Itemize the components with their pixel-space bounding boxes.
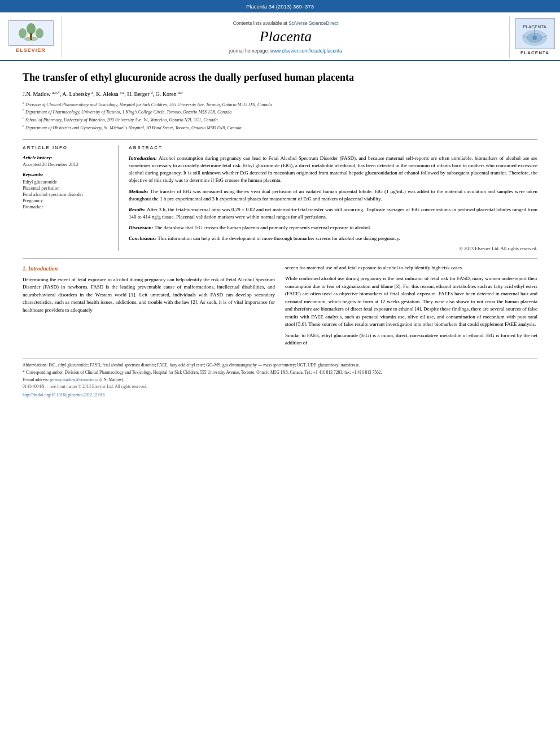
results-label: Results: xyxy=(129,207,146,212)
keyword-5: Biomarker xyxy=(23,204,111,209)
svg-point-2 xyxy=(19,28,27,38)
journal-homepage: journal homepage: www.elsevier.com/locat… xyxy=(229,48,342,54)
authors-text: J.N. Matlow a,b,*, A. Lubetsky a, K. Ale… xyxy=(23,91,183,97)
methods-text: The transfer of EtG was measured using t… xyxy=(129,189,537,202)
journal-title: Placenta xyxy=(260,28,312,45)
abstract-results-text: Results: After 3 h, the fetal-to-materna… xyxy=(129,206,537,221)
body-section: 1. Introduction Determining the extent o… xyxy=(23,264,537,351)
footnote-corresponding: * Corresponding author. Division of Clin… xyxy=(23,370,537,376)
abstract-discussion-text: Discussion: The data show that EtG cross… xyxy=(129,224,537,231)
svg-point-3 xyxy=(36,28,43,38)
elsevier-text: ELSEVIER xyxy=(16,47,46,53)
abstract-intro-text: Introduction: Alcohol consumption during… xyxy=(129,155,537,184)
keyword-1: Ethyl glucuronide xyxy=(23,179,111,185)
abstract-conclusions-text: Conclusions: This information can help w… xyxy=(129,235,537,242)
svg-point-5 xyxy=(24,37,38,41)
article-info-col: ARTICLE INFO Article history: Accepted 2… xyxy=(23,145,119,251)
conclusions-text: This information can help with the devel… xyxy=(158,235,400,241)
methods-label: Methods: xyxy=(129,189,148,194)
intro-label: Introduction: xyxy=(129,155,157,161)
copyright-line: © 2013 Elsevier Ltd. All rights reserved… xyxy=(129,246,537,251)
article-info-header: ARTICLE INFO xyxy=(23,145,111,150)
body-col-right: screen for maternal use of and fetal exp… xyxy=(285,264,537,351)
body-col-left: 1. Introduction Determining the extent o… xyxy=(23,264,275,351)
placenta-label: PLACENTA xyxy=(520,50,549,55)
top-bar: Placenta 34 (2013) 369–373 xyxy=(0,0,560,12)
footnote-email: E-mail address: jeremy.matlow@utoronto.c… xyxy=(23,377,537,383)
elsevier-image xyxy=(8,20,54,46)
section1-title: 1. Introduction xyxy=(23,264,275,273)
abstract-methods-text: Methods: The transfer of EtG was measure… xyxy=(129,188,537,203)
affiliation-a: a Division of Clinical Pharmacology and … xyxy=(23,101,537,108)
footnote-abbreviations: Abbreviations: EtG, ethyl glucuronide; F… xyxy=(23,362,537,369)
affiliations: a Division of Clinical Pharmacology and … xyxy=(23,101,537,132)
keyword-2: Placental perfusion xyxy=(23,185,111,191)
keyword-4: Pregnancy xyxy=(23,198,111,203)
abstract-discussion: Discussion: The data show that EtG cross… xyxy=(129,224,537,231)
page: Placenta 34 (2013) 369–373 ELSEVIER xyxy=(0,0,560,747)
journal-header: ELSEVIER Contents lists available at Sci… xyxy=(0,12,560,61)
abstract-methods: Methods: The transfer of EtG was measure… xyxy=(129,188,537,203)
svg-point-1 xyxy=(27,23,36,34)
journal-citation: Placenta 34 (2013) 369–373 xyxy=(246,3,314,10)
results-text: After 3 h, the fetal-to-maternal ratio w… xyxy=(129,207,537,220)
abstract-conclusions: Conclusions: This information can help w… xyxy=(129,235,537,242)
discussion-label: Discussion: xyxy=(129,225,154,230)
affiliation-d: d Department of Obstetrics and Gynecolog… xyxy=(23,124,537,132)
accepted-value: Accepted 28 December 2012 xyxy=(23,161,111,167)
email-link[interactable]: jeremy.matlow@utoronto.ca xyxy=(50,377,99,382)
article-content: The transfer of ethyl glucuronide across… xyxy=(0,61,560,403)
journal-center: Contents lists available at SciVerse Sci… xyxy=(62,16,509,58)
issn-line: 0143-4004/$ — see front matter © 2013 El… xyxy=(23,384,537,389)
abstract-results: Results: After 3 h, the fetal-to-materna… xyxy=(129,206,537,221)
abstract-header: ABSTRACT xyxy=(129,145,537,150)
doi-line: http://dx.doi.org/10.1016/j.placenta.201… xyxy=(23,392,537,397)
body-col2-para2: While confirmed alcohol use during pregn… xyxy=(285,275,537,329)
history-label: Article history: xyxy=(23,155,111,160)
keyword-3: Fetal alcohol spectrum disorder xyxy=(23,191,111,197)
affiliation-b: b Department of Pharmacology, University… xyxy=(23,108,537,116)
abstract-col: ABSTRACT Introduction: Alcohol consumpti… xyxy=(129,145,537,251)
body-col2-para3: Similar to FAEE, ethyl glucuronide (EtG)… xyxy=(285,332,537,347)
contents-line: Contents lists available at SciVerse Sci… xyxy=(233,20,338,26)
affiliation-c: c School of Pharmacy, University of Wate… xyxy=(23,116,537,124)
placenta-logo: PLACENTA PLACENTA xyxy=(509,16,560,58)
body-col1-para1: Determining the extent of fetal exposure… xyxy=(23,276,275,314)
svg-point-10 xyxy=(532,36,537,40)
keywords-label: Keywords: xyxy=(23,172,111,177)
sciverse-link[interactable]: SciVerse ScienceDirect xyxy=(288,20,338,26)
full-divider xyxy=(23,258,537,259)
authors: J.N. Matlow a,b,*, A. Lubetsky a, K. Ale… xyxy=(23,90,537,97)
placenta-image: PLACENTA xyxy=(515,18,555,49)
elsevier-logo: ELSEVIER xyxy=(0,16,62,58)
homepage-link[interactable]: www.elsevier.com/locate/placenta xyxy=(270,48,342,54)
doi-link[interactable]: http://dx.doi.org/10.1016/j.placenta.201… xyxy=(23,392,104,397)
info-abstract-section: ARTICLE INFO Article history: Accepted 2… xyxy=(23,139,537,251)
conclusions-label: Conclusions: xyxy=(129,235,156,241)
intro-text: Alcohol consumption during pregnancy can… xyxy=(129,155,537,183)
discussion-text: The data show that EtG crosses the human… xyxy=(155,225,371,230)
abstract-intro: Introduction: Alcohol consumption during… xyxy=(129,155,537,184)
article-title: The transfer of ethyl glucuronide across… xyxy=(23,71,537,84)
body-col2-para1: screen for maternal use of and fetal exp… xyxy=(285,264,537,272)
footnote-area: Abbreviations: EtG, ethyl glucuronide; F… xyxy=(23,359,537,398)
